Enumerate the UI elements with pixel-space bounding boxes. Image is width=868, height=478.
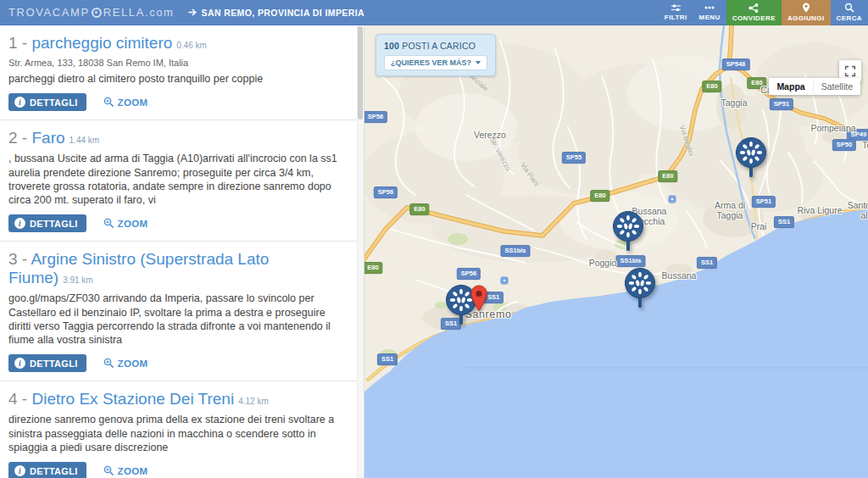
item-name: parcheggio cimitero [31, 34, 172, 52]
zoom-link[interactable]: ZOOM [103, 218, 148, 229]
results-count: 100 POSTI A CARICO [384, 41, 487, 51]
list-item: 3 - Argine Sinistro (Superstrada Lato Fi… [0, 242, 364, 381]
search-icon [844, 3, 854, 13]
zoom-icon [103, 358, 114, 369]
logo-o-icon [92, 8, 102, 18]
header-bar: TROVACAMP RELLA.com SAN REMO, PROVINCIA … [0, 0, 868, 25]
scrollbar-thumb[interactable] [358, 26, 363, 119]
item-description: direzione sanremo genova prima della ex … [8, 413, 343, 454]
cerca-button[interactable]: CERCA [831, 0, 868, 25]
dettagli-button[interactable]: iDETTAGLI [8, 462, 86, 478]
red-map-pin[interactable] [470, 285, 488, 312]
item-title-link[interactable]: 4 - Dietro Ex Stazione Dei Treni4.12 km [8, 390, 343, 409]
item-title-link[interactable]: 3 - Argine Sinistro (Superstrada Lato Fi… [8, 250, 343, 287]
item-actions: iDETTAGLI ZOOM [8, 93, 343, 111]
item-description: goo.gl/maps/ZF030 arrivando da Imperia, … [8, 292, 343, 347]
item-name: Faro [31, 129, 64, 147]
item-number: 3 [8, 250, 18, 268]
menu-button[interactable]: MENU [693, 0, 726, 25]
results-count-overlay: 100 POSTI A CARICO ¿QUIERES VER MÁS? [376, 34, 496, 76]
cluster-marker[interactable] [732, 136, 770, 184]
item-description: parcheggi dietro al cimitero posto tranq… [8, 72, 343, 86]
chevron-down-icon [476, 61, 481, 64]
zoom-link[interactable]: ZOOM [103, 465, 148, 476]
cluster-marker[interactable] [621, 267, 659, 314]
logo-text-suffix: RELLA.com [103, 6, 175, 19]
logo-text-prefix: TROVACAMP [8, 6, 90, 19]
info-icon: i [14, 218, 25, 229]
item-number: 4 [8, 390, 18, 408]
dettagli-button[interactable]: iDETTAGLI [8, 93, 86, 111]
dettagli-button[interactable]: iDETTAGLI [8, 354, 86, 372]
item-actions: iDETTAGLI ZOOM [8, 354, 343, 372]
ellipsis-icon [704, 3, 715, 12]
zoom-icon [103, 97, 114, 108]
info-icon: i [14, 358, 25, 369]
pin-icon [802, 3, 810, 13]
filters-icon [670, 3, 682, 12]
breadcrumb: SAN REMO, PROVINCIA DI IMPERIA [188, 8, 364, 18]
item-number: 2 [8, 129, 18, 147]
list-item: 2 - Faro1.44 km , bussana Uscite ad arma… [0, 120, 364, 242]
item-title-link[interactable]: 1 - parcheggio cimitero0.46 km [8, 34, 343, 53]
item-title-link[interactable]: 2 - Faro1.44 km [8, 129, 343, 147]
info-icon: i [14, 465, 25, 476]
aggiungi-label: AGGIUNGI [787, 14, 825, 22]
convidere-label: CONVIDERE [732, 14, 776, 22]
item-name: Argine Sinistro (Superstrada Lato Fiume) [8, 250, 269, 286]
map-type-mappa[interactable]: Mappa [769, 78, 812, 95]
dettagli-button[interactable]: iDETTAGLI [8, 214, 86, 232]
item-distance: 1.44 km [70, 136, 100, 145]
item-distance: 0.46 km [176, 41, 207, 50]
zoom-link[interactable]: ZOOM [103, 97, 148, 108]
list-scrollbar[interactable] [357, 25, 364, 478]
list-item: 4 - Dietro Ex Stazione Dei Treni4.12 km … [0, 381, 364, 478]
zoom-link[interactable]: ZOOM [103, 358, 148, 369]
arrow-right-icon [188, 8, 198, 16]
site-logo[interactable]: TROVACAMP RELLA.com [8, 6, 175, 19]
map-type-satellite[interactable]: Satellite [813, 78, 860, 95]
see-more-dropdown[interactable]: ¿QUIERES VER MÁS? [384, 55, 487, 70]
item-address: Str. Armea, 133, 18038 San Remo IM, Ital… [8, 58, 343, 68]
share-icon [748, 3, 759, 13]
convidere-button[interactable]: CONVIDERE [726, 0, 782, 25]
map-canvas[interactable]: SP56SP55SP548E80E80SP51SP49SP50SP56E80E8… [364, 25, 868, 478]
results-count-number: 100 [384, 41, 399, 51]
list-item: 1 - parcheggio cimitero0.46 km Str. Arme… [0, 25, 364, 120]
results-list: 1 - parcheggio cimitero0.46 km Str. Arme… [0, 25, 364, 478]
cerca-label: CERCA [837, 14, 862, 22]
item-name: Dietro Ex Stazione Dei Treni [31, 390, 234, 408]
aggiungi-button[interactable]: AGGIUNGI [782, 0, 831, 25]
item-number: 1 [8, 34, 18, 52]
zoom-icon [103, 218, 114, 229]
item-distance: 3.91 km [63, 275, 93, 285]
map-type-control: Mappa Satellite [769, 78, 860, 95]
item-actions: iDETTAGLI ZOOM [8, 462, 343, 478]
breadcrumb-label: SAN REMO, PROVINCIA DI IMPERIA [202, 8, 364, 18]
cluster-marker[interactable] [609, 210, 647, 258]
app: TROVACAMP RELLA.com SAN REMO, PROVINCIA … [0, 0, 868, 478]
item-actions: iDETTAGLI ZOOM [8, 214, 343, 232]
filtri-button[interactable]: FILTRI [659, 0, 693, 25]
fullscreen-icon [843, 64, 857, 78]
item-description: , bussana Uscite ad arma di Taggia (A10)… [8, 152, 343, 207]
filtri-label: FILTRI [665, 14, 687, 21]
zoom-icon [103, 465, 114, 476]
item-distance: 4.12 km [238, 397, 269, 406]
menu-label: MENU [699, 14, 721, 21]
info-icon: i [14, 97, 25, 108]
